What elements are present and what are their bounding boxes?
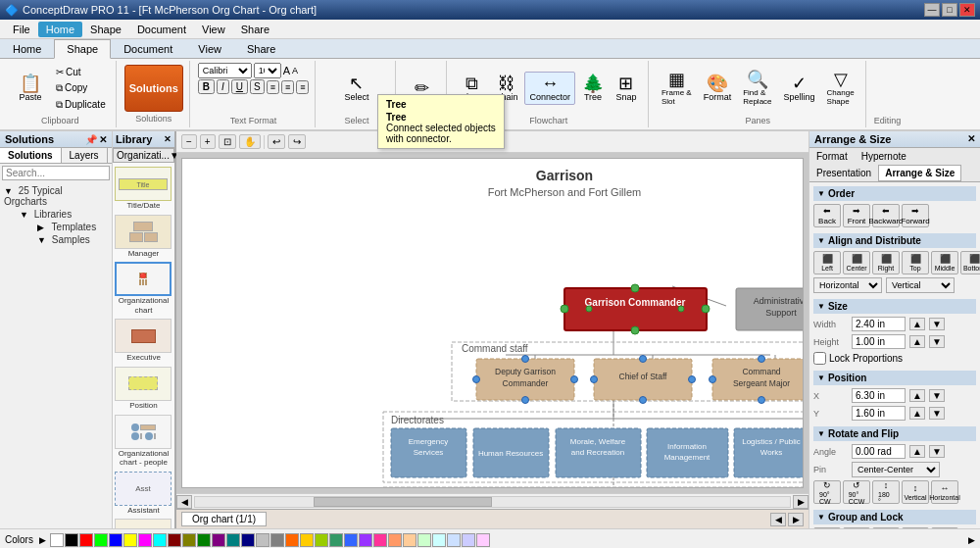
solutions-panel-controls[interactable]: 📌 ✕ bbox=[85, 134, 107, 145]
lock-proportions-checkbox[interactable] bbox=[813, 352, 826, 365]
italic-button[interactable]: I bbox=[217, 79, 229, 94]
lib-item-assistant[interactable]: Asst Assistant bbox=[115, 472, 172, 516]
library-close[interactable]: ✕ bbox=[164, 134, 172, 144]
align-right-button[interactable]: ⬛Right bbox=[872, 251, 900, 274]
scrollbar-track-h[interactable] bbox=[194, 496, 791, 508]
page-prev-button[interactable]: ◀ bbox=[770, 513, 786, 526]
swatch-lavender[interactable] bbox=[462, 533, 475, 547]
swatch-sea-green[interactable] bbox=[329, 533, 343, 547]
fit-button[interactable]: ⊡ bbox=[219, 134, 236, 149]
solutions-tab-solutions[interactable]: Solutions bbox=[0, 148, 62, 163]
align-top-button[interactable]: ⬛Top bbox=[902, 251, 929, 274]
width-down[interactable]: ▼ bbox=[929, 318, 945, 330]
font-family-select[interactable]: Calibri bbox=[198, 63, 252, 78]
swatch-teal[interactable] bbox=[226, 533, 240, 547]
rotate-180-button[interactable]: ↕180 ° bbox=[872, 480, 900, 504]
rotate-90cw-button[interactable]: ↻90° CW bbox=[813, 480, 841, 504]
ribbon-tab-home[interactable]: Home bbox=[0, 39, 54, 58]
connector-button[interactable]: ↔Connector bbox=[524, 72, 575, 105]
swatch-olive[interactable] bbox=[182, 533, 196, 547]
angle-down[interactable]: ▼ bbox=[929, 445, 945, 458]
backward-button[interactable]: ⬅ Backward bbox=[872, 204, 900, 227]
ribbon-tab-view[interactable]: View bbox=[185, 39, 234, 58]
vertical-select[interactable]: Vertical bbox=[886, 277, 955, 293]
lock-button[interactable]: 🔒Lock bbox=[902, 527, 929, 528]
change-shape-button[interactable]: ▽ChangeShape bbox=[822, 68, 859, 109]
x-input[interactable] bbox=[852, 388, 906, 403]
underline-button[interactable]: U bbox=[231, 79, 248, 94]
swatch-purple[interactable] bbox=[212, 533, 225, 547]
horizontal-select[interactable]: Horizontal bbox=[813, 277, 882, 293]
solutions-search-input[interactable] bbox=[2, 166, 110, 180]
menu-file[interactable]: File bbox=[5, 22, 38, 37]
swatch-light-cyan[interactable] bbox=[432, 533, 446, 547]
menu-document[interactable]: Document bbox=[129, 22, 194, 37]
scrollbar-thumb-h[interactable] bbox=[314, 497, 492, 507]
library-dropdown[interactable]: Organizati... ▼ bbox=[113, 148, 174, 163]
ribbon-tab-document[interactable]: Document bbox=[111, 39, 185, 58]
redo-button[interactable]: ↪ bbox=[288, 134, 306, 149]
x-down[interactable]: ▼ bbox=[929, 389, 945, 402]
find-replace-button[interactable]: 🔍Find &Replace bbox=[738, 68, 776, 109]
align-bottom-button[interactable]: ⬛Bottom bbox=[960, 251, 980, 274]
y-up[interactable]: ▲ bbox=[909, 407, 925, 420]
swatch-light-green[interactable] bbox=[417, 533, 431, 547]
swatch-maroon[interactable] bbox=[168, 533, 181, 547]
ribbon-tab-share[interactable]: Share bbox=[234, 39, 288, 58]
right-tab-arrange[interactable]: Arrange & Size bbox=[878, 165, 961, 181]
swatch-blue[interactable] bbox=[109, 533, 122, 547]
width-up[interactable]: ▲ bbox=[909, 318, 925, 330]
y-down[interactable]: ▼ bbox=[929, 407, 945, 420]
select-button[interactable]: ↖Select bbox=[339, 72, 373, 105]
position-section-header[interactable]: ▼ Position bbox=[813, 371, 976, 385]
snap-button[interactable]: ⊞Snap bbox=[611, 72, 642, 105]
swatch-yellow[interactable] bbox=[123, 533, 137, 547]
pan-button[interactable]: ✋ bbox=[239, 134, 261, 149]
lib-item-orgchart[interactable]: 🔴 Organizational chart bbox=[115, 262, 172, 315]
right-tab-presentation[interactable]: Presentation bbox=[809, 165, 878, 181]
front-button[interactable]: ➡ Front bbox=[843, 204, 870, 227]
canvas-tab-orgchart[interactable]: Org chart (1/1) bbox=[181, 512, 267, 526]
maximize-button[interactable]: □ bbox=[942, 3, 957, 17]
align-left-button[interactable]: ⬛Left bbox=[813, 251, 841, 274]
swatch-silver[interactable] bbox=[256, 533, 270, 547]
lib-item-consultant[interactable]: Cons Consultant bbox=[115, 519, 172, 528]
edit-group-button[interactable]: ✏Edit Group bbox=[872, 527, 900, 528]
ungroup-button[interactable]: ⊟UnGroup bbox=[843, 527, 870, 528]
lib-item-manager[interactable]: Manager bbox=[115, 215, 172, 259]
canvas-inner[interactable]: Garrison Fort McPherson and Fort Gillem bbox=[181, 158, 804, 488]
angle-input[interactable] bbox=[852, 444, 906, 459]
swatch-dark-green[interactable] bbox=[197, 533, 211, 547]
swatch-peach[interactable] bbox=[403, 533, 416, 547]
solutions-panel-pin[interactable]: 📌 bbox=[85, 134, 97, 145]
zoom-in-button[interactable]: + bbox=[200, 134, 216, 149]
solutions-panel-close[interactable]: ✕ bbox=[99, 134, 107, 145]
rotate-90ccw-button[interactable]: ↺90° CCW bbox=[843, 480, 870, 504]
swatch-gray[interactable] bbox=[270, 533, 284, 547]
duplicate-button[interactable]: ⧉ Duplicate bbox=[52, 97, 110, 113]
height-down[interactable]: ▼ bbox=[929, 335, 945, 348]
right-tab-format[interactable]: Format bbox=[809, 148, 855, 165]
tree-item-libraries[interactable]: ▼ Libraries bbox=[18, 208, 110, 221]
menu-share[interactable]: Share bbox=[233, 22, 277, 37]
swatch-light-blue[interactable] bbox=[447, 533, 461, 547]
zoom-out-button[interactable]: − bbox=[181, 134, 197, 149]
x-up[interactable]: ▲ bbox=[909, 389, 925, 402]
swatch-yellow-green[interactable] bbox=[315, 533, 328, 547]
back-button[interactable]: ⬅ Back bbox=[813, 204, 841, 227]
right-panel-close[interactable]: ✕ bbox=[967, 133, 975, 145]
lib-item-orgchart-people[interactable]: Organizational chart - people bbox=[115, 415, 172, 468]
strikethrough-button[interactable]: S bbox=[250, 79, 265, 94]
colors-more[interactable]: ▶ bbox=[968, 535, 975, 545]
lib-item-position[interactable]: Position bbox=[115, 367, 172, 411]
scroll-right-button[interactable]: ▶ bbox=[793, 495, 808, 509]
swatch-navy[interactable] bbox=[241, 533, 255, 547]
paste-button[interactable]: 📋 Paste bbox=[11, 72, 50, 105]
spelling-button[interactable]: ✓Spelling bbox=[779, 72, 820, 105]
font-size-select[interactable]: 10 bbox=[254, 63, 281, 78]
undo-button[interactable]: ↩ bbox=[268, 134, 285, 149]
lib-item-title-date[interactable]: Title Title/Date bbox=[115, 167, 172, 211]
bold-button[interactable]: B bbox=[198, 79, 215, 94]
copy-button[interactable]: ⧉ Copy bbox=[52, 80, 110, 96]
width-input[interactable] bbox=[852, 317, 906, 331]
